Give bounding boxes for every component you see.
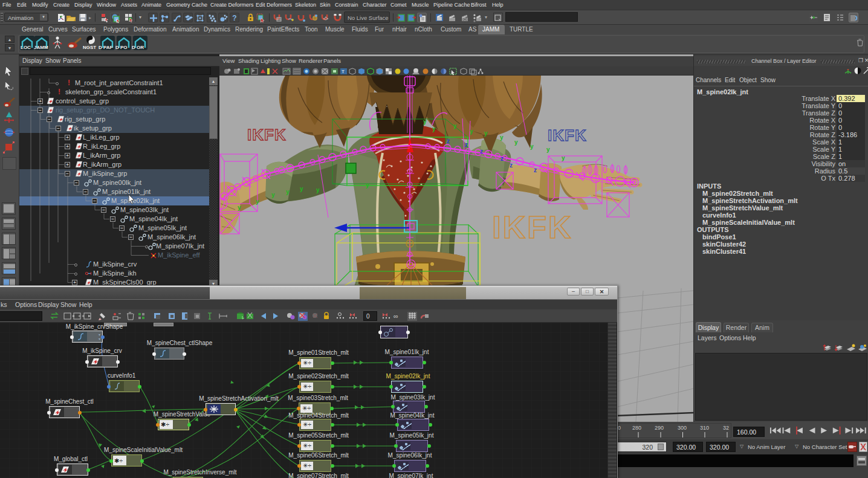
svg-text:y: y: [271, 192, 275, 198]
svg-text:IKFK: IKFK: [492, 210, 572, 245]
svg-text:z: z: [534, 167, 537, 173]
svg-text:y: y: [546, 146, 550, 153]
svg-text:∞: ∞: [394, 312, 398, 320]
svg-text:IKFK: IKFK: [548, 126, 587, 144]
svg-text:✱÷: ✱÷: [114, 457, 123, 464]
svg-text:y: y: [484, 130, 488, 137]
svg-text:y: y: [453, 123, 457, 129]
svg-text:✱÷: ✱÷: [161, 421, 169, 428]
svg-text:y: y: [423, 118, 427, 125]
svg-text:y: y: [432, 126, 436, 132]
svg-text:y: y: [562, 155, 565, 161]
svg-text:y: y: [366, 182, 369, 189]
svg-text:y: y: [316, 187, 320, 193]
svg-text:y: y: [256, 198, 259, 205]
svg-text:y: y: [286, 189, 290, 195]
svg-text:y: y: [238, 204, 241, 211]
svg-text:z: z: [510, 162, 513, 169]
svg-text:y: y: [470, 128, 473, 135]
svg-text:y: y: [530, 143, 534, 150]
svg-text:y: y: [514, 139, 518, 146]
svg-text:z: z: [465, 141, 468, 148]
svg-text:T: T: [342, 69, 345, 74]
svg-text:IKFK: IKFK: [247, 126, 287, 144]
svg-text:y: y: [300, 186, 303, 192]
svg-text:y: y: [500, 134, 504, 141]
svg-text:z: z: [480, 148, 483, 155]
svg-text:z: z: [447, 138, 450, 144]
svg-text:z: z: [500, 155, 504, 162]
